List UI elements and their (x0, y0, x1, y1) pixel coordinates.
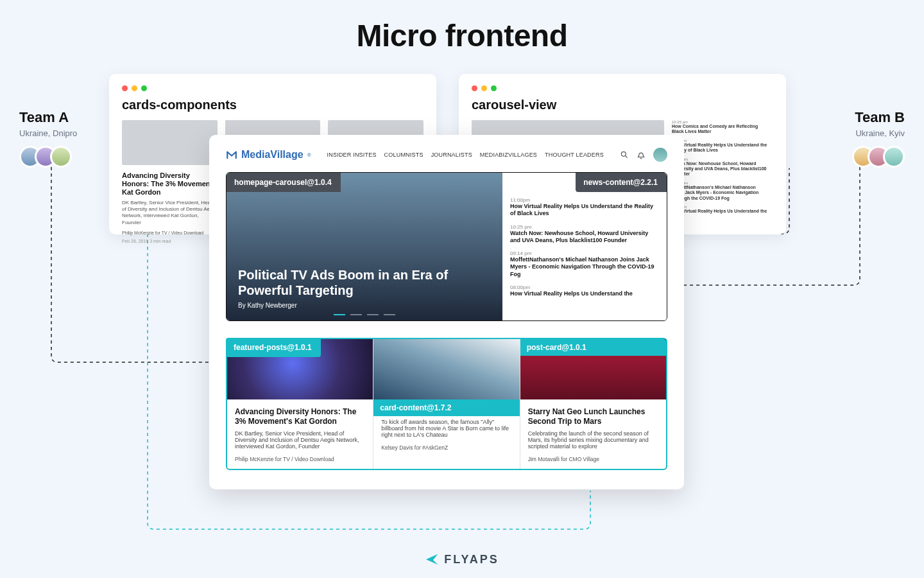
news-item: 11:00pmHow Virtual Reality Helps Us Unde… (510, 197, 659, 218)
team-b-panel: Team B Ukraine, Kyiv (821, 109, 905, 168)
tag-homepage-carousel: homepage-carousel@1.0.4 (227, 173, 341, 192)
featured-posts: featured-posts@1.0.1 Advancing Diversity… (226, 338, 667, 470)
avatar (50, 146, 72, 168)
news-item: 10:25 pmWatch Now: Newhouse School, Howa… (510, 224, 659, 245)
svg-point-0 (621, 152, 626, 156)
team-b-name: Team B (821, 109, 905, 126)
tag-news-content: news-content@2.2.1 (576, 173, 667, 192)
tag-card-content: card-content@1.7.2 (373, 399, 519, 416)
hero-author: By Kathy Newberger (238, 302, 491, 309)
carousel-pager[interactable] (334, 314, 395, 315)
mini-news-list: 10:25 pmHow Comics and Comedy are Reflec… (672, 120, 768, 218)
main-nav: INSIDER INSITES COLUMNISTS JOURNALISTS M… (327, 152, 604, 158)
card-placeholder (122, 120, 218, 165)
team-b-avatars (821, 146, 905, 168)
news-sidebar: news-content@2.2.1 11:00pmHow Virtual Re… (502, 173, 667, 320)
post-card[interactable]: card-content@1.7.2 To kick off awards se… (373, 339, 520, 469)
nav-item[interactable]: COLUMNISTS (384, 152, 424, 158)
team-b-location: Ukraine, Kyiv (821, 128, 905, 138)
brand[interactable]: MediaVillage® (226, 149, 311, 161)
team-a-panel: Team A Ukraine, Dnipro (19, 109, 103, 168)
hero-carousel[interactable]: Political TV Ads Boom in an Era of Power… (227, 173, 502, 320)
nav-item[interactable]: JOURNALISTS (431, 152, 472, 158)
browser-a-title: cards-components (122, 98, 424, 112)
tag-featured-posts: featured-posts@1.0.1 (226, 338, 321, 357)
user-avatar[interactable] (653, 148, 667, 162)
nav-item[interactable]: INSIDER INSITES (327, 152, 377, 158)
team-a-avatars (19, 146, 103, 168)
page-title: Micro frontend (357, 18, 568, 53)
bell-icon[interactable] (637, 150, 646, 159)
hero-wrap: homepage-carousel@1.0.4 Political TV Ads… (226, 172, 667, 321)
avatar (883, 146, 905, 168)
search-icon[interactable] (620, 150, 629, 159)
news-item: 09:14 pmMoffettNathanson's Michael Natha… (510, 250, 659, 278)
flyaps-icon (425, 552, 439, 566)
hero-title: Political TV Ads Boom in an Era of Power… (238, 267, 491, 298)
window-dots (472, 85, 773, 91)
news-item: 08:00pmHow Virtual Reality Helps Us Unde… (510, 285, 659, 297)
tag-post-card: post-card@1.0.1 (520, 339, 666, 356)
window-dots (122, 85, 424, 91)
team-a-name: Team A (19, 109, 103, 126)
post-card[interactable]: post-card@1.0.1 Starry Nat Geo Lunch Lau… (520, 339, 666, 469)
browser-b-title: carousel-view (472, 98, 773, 112)
main-site-window: MediaVillage® INSIDER INSITES COLUMNISTS… (209, 135, 684, 489)
card-sample-text: Advancing Diversity Honors: The 3% Movem… (122, 171, 218, 244)
flyaps-logo: FLYAPS (425, 552, 499, 566)
team-a-location: Ukraine, Dnipro (19, 128, 103, 138)
nav-item[interactable]: THOUGHT LEADERS (545, 152, 604, 158)
brand-icon (226, 149, 237, 161)
post-image (373, 339, 519, 399)
post-card[interactable]: Advancing Diversity Honors: The 3% Movem… (227, 339, 373, 469)
nav-item[interactable]: MEDIABIZVILLAGES (480, 152, 537, 158)
